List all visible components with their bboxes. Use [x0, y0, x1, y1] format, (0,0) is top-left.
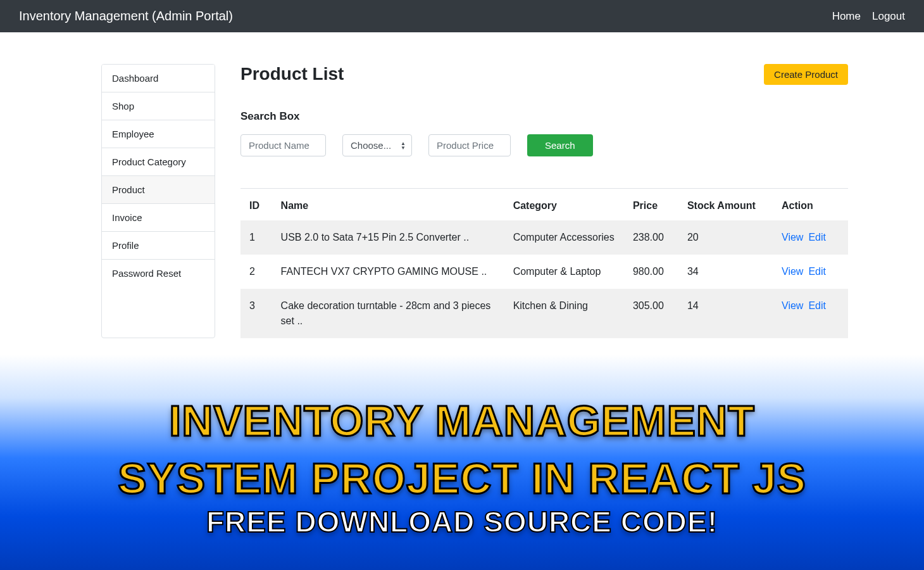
cell-price: 980.00: [625, 255, 680, 289]
table-header-row: ID Name Category Price Stock Amount Acti…: [240, 189, 848, 220]
cell-id: 3: [240, 289, 273, 338]
th-action: Action: [774, 189, 848, 220]
th-price: Price: [625, 189, 680, 220]
cell-name: Cake decoration turntable - 28cm and 3 p…: [273, 289, 506, 338]
category-select-wrapper: ▲▼: [342, 134, 412, 156]
search-row: ▲▼ Search: [240, 134, 848, 156]
overlay-title-line1: INVENTORY MANAGEMENT: [169, 398, 754, 443]
edit-link[interactable]: Edit: [808, 266, 826, 277]
sidebar-item-product-category[interactable]: Product Category: [102, 148, 215, 176]
sidebar-item-password-reset[interactable]: Password Reset: [102, 260, 215, 287]
sidebar-item-dashboard[interactable]: Dashboard: [102, 65, 215, 92]
cell-category: Kitchen & Dining: [506, 289, 625, 338]
edit-link[interactable]: Edit: [808, 232, 826, 243]
cell-category: Computer & Laptop: [506, 255, 625, 289]
navbar-brand: Inventory Management (Admin Portal): [19, 9, 233, 23]
view-link[interactable]: View: [782, 266, 803, 277]
cell-stock: 20: [680, 220, 774, 255]
cell-stock: 14: [680, 289, 774, 338]
cell-name: FANTECH VX7 CRYPTO GAMING MOUSE ..: [273, 255, 506, 289]
nav-logout[interactable]: Logout: [872, 10, 905, 23]
table-row: 2 FANTECH VX7 CRYPTO GAMING MOUSE .. Com…: [240, 255, 848, 289]
table-row: 1 USB 2.0 to Sata 7+15 Pin 2.5 Converter…: [240, 220, 848, 255]
main: Product List Create Product Search Box ▲…: [240, 64, 886, 338]
th-category: Category: [506, 189, 625, 220]
navbar-nav: Home Logout: [832, 10, 905, 23]
table-row: 3 Cake decoration turntable - 28cm and 3…: [240, 289, 848, 338]
product-name-input[interactable]: [240, 134, 326, 156]
view-link[interactable]: View: [782, 300, 803, 311]
page-title: Product List: [240, 64, 344, 84]
cell-price: 305.00: [625, 289, 680, 338]
sidebar: Dashboard Shop Employee Product Category…: [101, 64, 215, 338]
content-container: Dashboard Shop Employee Product Category…: [0, 32, 924, 338]
page-header: Product List Create Product: [240, 64, 848, 85]
th-stock: Stock Amount: [680, 189, 774, 220]
cell-id: 2: [240, 255, 273, 289]
table-wrap: ID Name Category Price Stock Amount Acti…: [240, 188, 848, 338]
overlay-title-line2: SYSTEM PROJECT IN REACT JS: [118, 456, 806, 501]
overlay-subtitle: FREE DOWNLOAD SOURCE CODE!: [206, 505, 718, 539]
cell-category: Computer Accessories: [506, 220, 625, 255]
cell-price: 238.00: [625, 220, 680, 255]
cell-name: USB 2.0 to Sata 7+15 Pin 2.5 Converter .…: [273, 220, 506, 255]
view-link[interactable]: View: [782, 232, 803, 243]
product-table: ID Name Category Price Stock Amount Acti…: [240, 189, 848, 338]
category-select[interactable]: [342, 134, 412, 156]
sidebar-item-employee[interactable]: Employee: [102, 120, 215, 148]
sidebar-item-shop[interactable]: Shop: [102, 92, 215, 120]
search-section: Search Box ▲▼ Search: [240, 110, 848, 156]
sidebar-item-invoice[interactable]: Invoice: [102, 204, 215, 232]
product-price-input[interactable]: [428, 134, 511, 156]
th-id: ID: [240, 189, 273, 220]
cell-id: 1: [240, 220, 273, 255]
cell-stock: 34: [680, 255, 774, 289]
search-label: Search Box: [240, 110, 848, 123]
navbar: Inventory Management (Admin Portal) Home…: [0, 0, 924, 32]
create-product-button[interactable]: Create Product: [764, 64, 848, 85]
promo-overlay: INVENTORY MANAGEMENT SYSTEM PROJECT IN R…: [0, 355, 924, 570]
edit-link[interactable]: Edit: [808, 300, 826, 311]
table-head: ID Name Category Price Stock Amount Acti…: [240, 189, 848, 220]
cell-action: ViewEdit: [774, 220, 848, 255]
sidebar-item-product[interactable]: Product: [102, 176, 215, 204]
sidebar-item-profile[interactable]: Profile: [102, 232, 215, 260]
nav-home[interactable]: Home: [832, 10, 861, 23]
search-button[interactable]: Search: [527, 134, 593, 156]
table-body: 1 USB 2.0 to Sata 7+15 Pin 2.5 Converter…: [240, 220, 848, 338]
cell-action: ViewEdit: [774, 255, 848, 289]
th-name: Name: [273, 189, 506, 220]
cell-action: ViewEdit: [774, 289, 848, 338]
